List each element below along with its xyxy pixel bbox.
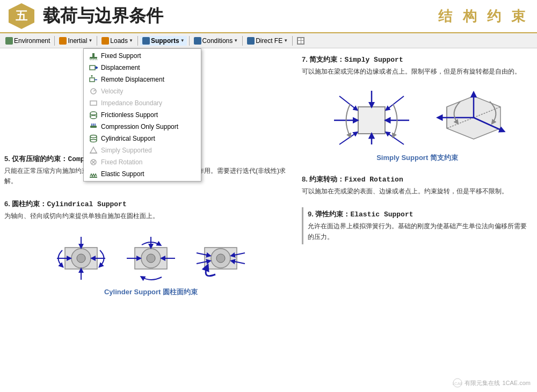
- watermark-label: 有限元集在线: [465, 379, 500, 387]
- elastic-body: 允许在面边界上模拟弹簧行为。基础的刚度为使基础产生单位法向偏移所需要的压力。: [308, 221, 533, 242]
- impedance-icon: [89, 99, 98, 107]
- watermark: 1CAE 有限元集在线 1CAE.com: [453, 378, 531, 388]
- menu-displacement[interactable]: Displacement: [84, 62, 201, 74]
- menu-fixed-support-label: Fixed Support: [101, 52, 141, 60]
- menu-compression-only[interactable]: Compression Only Support: [84, 121, 201, 133]
- svg-point-16: [90, 115, 97, 119]
- supports-icon: [142, 37, 150, 45]
- toolbar-loads-label: Loads: [110, 37, 128, 45]
- toolbar-conditions-label: Conditions: [202, 37, 233, 45]
- elastic-num: 9.: [308, 210, 314, 218]
- svg-point-28: [77, 254, 85, 263]
- svg-point-18: [90, 135, 97, 138]
- toolbar-directfe-label: Direct FE: [256, 37, 282, 45]
- cylinder-tangential-svg: [191, 231, 250, 285]
- svg-line-4: [93, 59, 94, 60]
- toolbar-grid-btn[interactable]: [295, 36, 307, 46]
- svg-rect-35: [358, 107, 385, 134]
- toolbar-supports-label: Supports: [151, 37, 179, 45]
- loads-icon: [101, 37, 109, 45]
- fixed-rotation-section: 8. 约束转动：Fixed Rotation 可以施加在壳或梁的表面、边缘或者点…: [302, 172, 533, 199]
- cylindrical-num: 6.: [4, 200, 10, 208]
- menu-velocity: Velocity: [84, 85, 201, 97]
- simply-support-area: Simply Support 简支约束: [302, 83, 533, 165]
- svg-text:1CAE: 1CAE: [453, 381, 462, 386]
- grid-icon: [297, 37, 304, 45]
- simply-num: 7.: [302, 55, 308, 63]
- toolbar-directfe[interactable]: Direct FE ▼: [245, 36, 290, 46]
- cylinder-figures: [52, 231, 250, 285]
- elastic-title: 9. 弹性约束：Elastic Support: [308, 209, 533, 219]
- simply-title: 7. 简支约束：Simply Support: [302, 55, 533, 64]
- svg-line-6: [96, 59, 97, 60]
- elastic-icon: [89, 170, 98, 178]
- displacement-icon: [89, 63, 98, 72]
- toolbar-sep-3: [137, 36, 138, 46]
- menu-impedance-label: Impedance Boundary: [101, 99, 162, 107]
- menu-compression-label: Compression Only Support: [101, 123, 178, 130]
- remote-displacement-icon: [89, 75, 98, 84]
- toolbar-inertial[interactable]: Inertial ▼: [57, 36, 95, 46]
- inertial-icon: [59, 37, 67, 45]
- menu-simply-supported-label: Simply Supported: [101, 147, 152, 154]
- cylindrical-title: 6. 圆柱约束：Cylindrical Support: [4, 199, 297, 209]
- page-title: 载荷与边界条件: [43, 4, 438, 28]
- toolbar-sep-5: [242, 36, 243, 46]
- fixed-rotation-title: 8. 约束转动：Fixed Rotation: [302, 175, 533, 184]
- svg-point-31: [147, 254, 155, 263]
- svg-point-13: [90, 112, 97, 115]
- cylindrical-section: 6. 圆柱约束：Cylindrical Support 为轴向、径向或切向约束提…: [4, 197, 297, 223]
- simply-section: 7. 简支约束：Simply Support 可以施加在梁或完体的边缘或者点上。…: [302, 53, 533, 79]
- menu-frictionless-label: Frictionless Support: [101, 111, 158, 119]
- svg-rect-17: [90, 126, 97, 128]
- main-content: 5. 仅有压缩的约束：Compression Only Support 只能在正…: [0, 48, 537, 392]
- simply-support-fig2: [431, 85, 506, 150]
- right-column: 7. 简支约束：Simply Support 可以施加在梁或完体的边缘或者点上。…: [302, 53, 533, 388]
- svg-line-3: [91, 59, 92, 60]
- toolbar-sep-6: [292, 36, 293, 46]
- svg-rect-12: [90, 101, 97, 105]
- svg-rect-7: [90, 66, 95, 70]
- cylindrical-icon: [89, 134, 98, 143]
- toolbar-conditions[interactable]: Conditions ▼: [192, 36, 241, 46]
- cylinder-radial-svg: [121, 231, 180, 285]
- svg-point-34: [216, 254, 225, 263]
- fixed-support-icon: [89, 52, 98, 60]
- menu-frictionless[interactable]: Frictionless Support: [84, 109, 201, 121]
- cylinder-label: Cylinder Support 圆柱面约束: [104, 287, 198, 297]
- conditions-arrow: ▼: [234, 38, 238, 43]
- svg-marker-22: [90, 147, 97, 153]
- page-header: 五 载荷与边界条件 结 构 约 束: [0, 0, 537, 33]
- toolbar-loads[interactable]: Loads ▼: [99, 36, 135, 46]
- menu-cylindrical-label: Cylindrical Support: [101, 135, 155, 142]
- toolbar-environment[interactable]: Environment: [3, 36, 52, 46]
- page-subtitle: 结 构 约 束: [438, 7, 528, 26]
- menu-remote-displacement-label: Remote Displacement: [101, 76, 164, 83]
- fixed-rotation-body: 可以施加在壳或梁的表面、边缘或者点上。约束旋转，但是平移不限制。: [302, 186, 533, 197]
- menu-cylindrical[interactable]: Cylindrical Support: [84, 133, 201, 144]
- menu-displacement-label: Displacement: [101, 64, 140, 71]
- svg-line-2: [90, 59, 91, 60]
- menu-remote-displacement[interactable]: Remote Displacement: [84, 74, 201, 85]
- env-icon: [5, 37, 13, 45]
- fixed-rotation-icon: [89, 158, 98, 166]
- menu-fixed-rotation: Fixed Rotation: [84, 156, 201, 168]
- directfe-arrow: ▼: [284, 38, 288, 43]
- toolbar-supports[interactable]: Supports ▼: [140, 36, 187, 46]
- toolbar-inertial-label: Inertial: [68, 37, 87, 45]
- fixed-rotation-title-text: 约束转动：Fixed Rotation: [309, 176, 403, 184]
- inertial-arrow: ▼: [88, 38, 92, 43]
- menu-fixed-support[interactable]: Fixed Support: [84, 50, 201, 62]
- cylindrical-body: 为轴向、径向或切向约束提供单独自施加在圆柱面上。: [4, 211, 297, 221]
- cylindrical-title-text: 圆柱约束：Cylindrical Support: [12, 200, 126, 208]
- watermark-site: 1CAE.com: [502, 380, 531, 386]
- toolbar-environment-label: Environment: [14, 37, 50, 45]
- svg-rect-0: [90, 57, 97, 59]
- watermark-icon: 1CAE: [453, 378, 462, 388]
- menu-elastic-support[interactable]: Elastic Support: [84, 168, 201, 180]
- svg-line-5: [95, 59, 96, 60]
- elastic-title-text: 弹性约束：Elastic Support: [315, 210, 413, 219]
- menu-impedance: Impedance Boundary: [84, 97, 201, 109]
- svg-point-10: [91, 75, 93, 77]
- velocity-icon: [89, 87, 98, 96]
